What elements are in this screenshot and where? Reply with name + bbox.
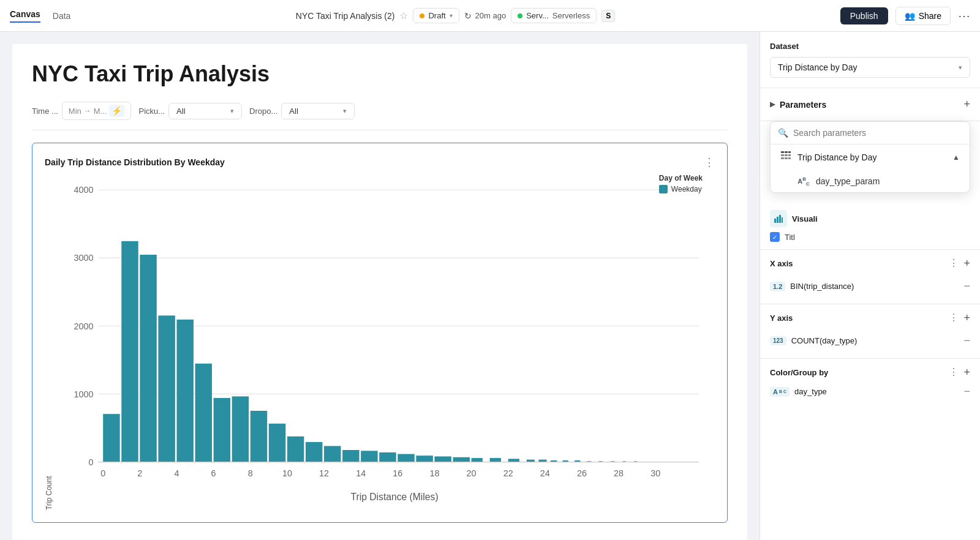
x-axis-remove-icon[interactable]: − xyxy=(963,280,970,293)
color-remove-icon[interactable]: − xyxy=(963,385,970,398)
search-input-row: 🔍 xyxy=(771,122,970,144)
canvas-paper: NYC Taxi Trip Analysis Time ... Min → M.… xyxy=(12,44,747,540)
svg-text:10: 10 xyxy=(282,468,292,478)
refresh-button[interactable]: ↻ 20m ago xyxy=(464,11,507,21)
params-add-icon[interactable]: + xyxy=(963,98,970,111)
svg-text:16: 16 xyxy=(393,468,402,478)
filter-pickup-select[interactable]: All ▾ xyxy=(168,103,242,119)
refresh-time: 20m ago xyxy=(475,11,507,20)
server-button[interactable]: Serv... Serverless xyxy=(511,8,597,23)
dataset-label: Dataset xyxy=(770,42,970,51)
chart-more-icon[interactable]: ⋮ xyxy=(704,156,715,169)
dropdown-trip-distance-item[interactable]: Trip Distance by Day ▲ xyxy=(771,144,970,170)
svg-text:30: 30 xyxy=(650,468,660,478)
more-button[interactable]: ⋯ xyxy=(958,9,970,23)
table-grid-icon xyxy=(780,151,791,164)
draft-label: Draft xyxy=(428,11,445,20)
page-title: NYC Taxi Trip Analysis xyxy=(32,61,728,87)
checkbox-row: ✓ Titl xyxy=(770,232,970,242)
dataset-dropdown[interactable]: Trip Distance by Day ▾ xyxy=(770,57,970,78)
svg-rect-29 xyxy=(785,151,788,153)
filter-time-range[interactable]: Min → M... ⚡ xyxy=(62,102,132,120)
bar-10 xyxy=(287,437,304,462)
tab-canvas[interactable]: Canvas xyxy=(10,9,40,23)
bar-11 xyxy=(306,442,322,462)
draft-chevron-icon: ▾ xyxy=(450,12,453,19)
draft-button[interactable]: Draft ▾ xyxy=(413,8,459,23)
x-axis-item-label: BIN(trip_distance) xyxy=(790,282,959,291)
bar-8 xyxy=(251,411,267,462)
svg-text:2000: 2000 xyxy=(74,321,94,331)
y-axis-plus-icon[interactable]: + xyxy=(963,312,970,324)
svg-text:2: 2 xyxy=(137,468,142,478)
bar-chart-svg: 4000 3000 2000 1000 0 xyxy=(58,174,715,510)
svg-text:4000: 4000 xyxy=(74,185,94,195)
chart-legend: Day of Week Weekday xyxy=(659,174,703,193)
svg-text:Trip Distance (Miles): Trip Distance (Miles) xyxy=(351,492,439,502)
parameters-section: ▶ Parameters + xyxy=(760,88,980,121)
params-header: ▶ Parameters + xyxy=(770,98,970,111)
params-label: Parameters xyxy=(780,100,826,110)
svg-rect-38 xyxy=(777,217,778,223)
svg-text:12: 12 xyxy=(319,468,329,478)
title-checkbox-label: Titl xyxy=(785,233,795,242)
tab-data[interactable]: Data xyxy=(53,11,71,21)
chart-body: Trip Count Day of Week Weekday xyxy=(45,174,715,510)
bar-3 xyxy=(158,315,175,462)
legend-item: Weekday xyxy=(659,185,703,193)
color-more-icon[interactable]: ⋮ xyxy=(949,366,959,379)
bar-20 xyxy=(472,458,483,462)
x-axis-actions: ⋮ + xyxy=(949,257,970,270)
svg-text:24: 24 xyxy=(540,468,550,478)
bar-4 xyxy=(176,320,193,462)
sub-item-label: day_type_param xyxy=(816,176,880,186)
pickup-chevron-icon: ▾ xyxy=(230,107,234,115)
bar-17 xyxy=(416,456,432,462)
share-button[interactable]: 👥 Share xyxy=(895,7,951,25)
x-axis-item: 1.2 BIN(trip_distance) − xyxy=(770,276,970,296)
serverless-label: Serverless xyxy=(552,11,590,20)
filter-min: Min xyxy=(69,107,81,116)
main-layout: NYC Taxi Trip Analysis Time ... Min → M.… xyxy=(0,32,980,540)
y-axis-more-icon[interactable]: ⋮ xyxy=(949,312,959,324)
x-axis-more-icon[interactable]: ⋮ xyxy=(949,257,959,270)
color-item: ABC day_type − xyxy=(770,385,970,398)
x-axis-plus-icon[interactable]: + xyxy=(963,257,970,270)
filter-dropoff-select[interactable]: All ▾ xyxy=(281,103,355,119)
y-axis-remove-icon[interactable]: − xyxy=(963,334,970,347)
svg-text:20: 20 xyxy=(467,468,477,478)
legend-color-swatch xyxy=(659,185,668,193)
topbar: Canvas Data NYC Taxi Trip Analysis (2) ☆… xyxy=(0,0,980,32)
y-axis-item-label: COUNT(day_type) xyxy=(791,336,959,345)
x-axis-title: X axis xyxy=(770,259,793,268)
chart-container: Daily Trip Distance Distribution By Week… xyxy=(32,143,728,523)
bar-21 xyxy=(490,458,501,462)
svg-rect-39 xyxy=(779,215,781,223)
bar-22 xyxy=(508,459,519,462)
dropdown-sub-item[interactable]: ABC day_type_param xyxy=(771,170,970,192)
y-axis-title: Y axis xyxy=(770,313,793,323)
search-input[interactable] xyxy=(793,128,962,138)
serverless-s-button[interactable]: S xyxy=(601,10,615,22)
star-icon[interactable]: ☆ xyxy=(399,10,408,21)
bar-15 xyxy=(379,452,396,462)
svg-text:0: 0 xyxy=(100,468,105,478)
title-checkbox[interactable]: ✓ xyxy=(770,232,780,242)
color-plus-icon[interactable]: + xyxy=(963,366,970,379)
bar-13 xyxy=(342,450,359,462)
dropoff-chevron-icon: ▾ xyxy=(343,107,347,115)
svg-rect-36 xyxy=(788,157,791,159)
publish-button[interactable]: Publish xyxy=(840,7,888,24)
color-abc-badge: ABC xyxy=(770,387,790,397)
svg-text:4: 4 xyxy=(174,468,179,478)
y-axis-type-badge: 123 xyxy=(770,336,786,345)
doc-title: NYC Taxi Trip Analysis (2) xyxy=(296,11,395,21)
server-label: Serv... xyxy=(526,11,549,20)
checkmark-icon: ✓ xyxy=(772,234,777,241)
params-toggle[interactable]: ▶ Parameters xyxy=(770,100,826,110)
dropdown-item-label: Trip Distance by Day xyxy=(797,152,946,162)
bar-1 xyxy=(121,241,138,462)
legend-label: Weekday xyxy=(671,185,702,193)
filter-pickup-value: All xyxy=(176,107,185,116)
bar-19 xyxy=(453,457,470,462)
